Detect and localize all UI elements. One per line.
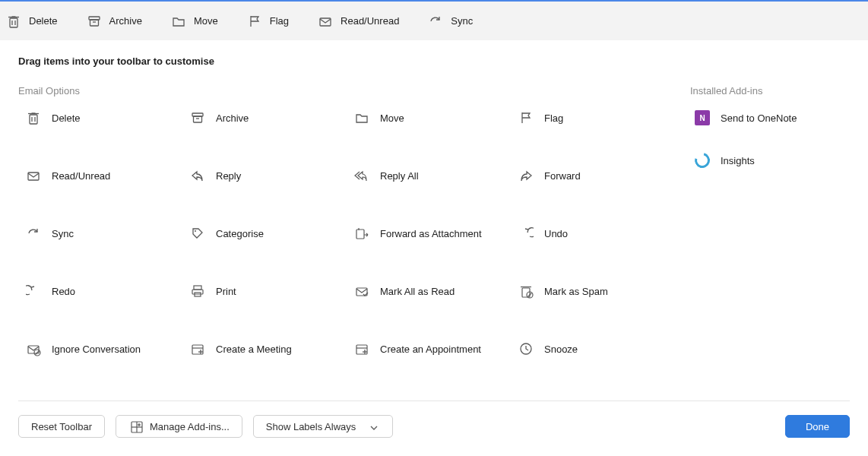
option-ignore-conversation[interactable]: Ignore Conversation: [26, 341, 182, 356]
redo-icon: [26, 283, 41, 299]
option-label: Forward as Attachment: [380, 228, 482, 239]
toolbar-label: Flag: [270, 15, 289, 27]
toolbar-label: Delete: [29, 15, 58, 27]
chevron-down-icon: [365, 419, 380, 434]
option-label: Snooze: [544, 344, 578, 355]
option-forward[interactable]: Forward: [518, 168, 675, 183]
customise-panel: Drag items into your toolbar to customis…: [0, 40, 868, 401]
option-label: Create a Meeting: [216, 344, 292, 355]
reply-all-icon: [354, 168, 369, 183]
option-label: Sync: [52, 228, 74, 239]
delete-icon: [6, 14, 21, 29]
toolbar-label: Read/Unread: [341, 15, 399, 27]
option-label: Ignore Conversation: [52, 344, 141, 355]
option-label: Create an Appointment: [380, 344, 481, 355]
option-sync[interactable]: Sync: [26, 226, 182, 241]
option-mark-spam[interactable]: Mark as Spam: [518, 283, 675, 299]
move-icon: [354, 110, 369, 125]
option-label: Reply All: [380, 170, 419, 182]
option-archive[interactable]: Archive: [190, 110, 347, 125]
email-options-title: Email Options: [18, 85, 675, 97]
mark-all-read-icon: [354, 283, 369, 299]
option-mark-all-read[interactable]: Mark All as Read: [354, 283, 511, 299]
dropdown-label: Show Labels Always: [266, 421, 356, 432]
option-label: Redo: [52, 286, 75, 297]
sync-icon: [26, 226, 41, 241]
footer: Reset Toolbar Manage Add-ins... Show Lab…: [0, 415, 868, 438]
done-button[interactable]: Done: [785, 415, 850, 438]
addins-grid-icon: [128, 419, 144, 434]
read-unread-icon: [26, 168, 41, 183]
option-label: Flag: [544, 112, 563, 124]
archive-icon: [87, 14, 102, 29]
instruction-text: Drag items into your toolbar to customis…: [18, 55, 850, 67]
categorise-icon: [190, 226, 205, 241]
option-label: Categorise: [216, 228, 264, 239]
email-options-grid: Delete Archive Move Flag Read/Unread: [26, 110, 675, 356]
undo-icon: [518, 226, 534, 241]
addin-insights[interactable]: Insights: [695, 153, 850, 168]
option-delete[interactable]: Delete: [26, 110, 182, 125]
option-label: Archive: [216, 112, 249, 124]
option-forward-as-attachment[interactable]: Forward as Attachment: [354, 226, 511, 241]
addins-title: Installed Add-ins: [690, 85, 850, 97]
toolbar-item-read-unread[interactable]: Read/Unread: [318, 14, 399, 29]
print-icon: [190, 283, 205, 299]
sync-icon: [428, 14, 443, 29]
option-flag[interactable]: Flag: [518, 110, 675, 125]
addin-onenote[interactable]: Send to OneNote: [695, 110, 850, 125]
move-icon: [171, 14, 186, 29]
option-label: Undo: [544, 228, 568, 239]
option-label: Print: [216, 286, 236, 297]
toolbar-item-flag[interactable]: Flag: [247, 14, 289, 29]
toolbar-label: Sync: [451, 15, 473, 27]
option-label: Move: [380, 112, 404, 124]
show-labels-dropdown[interactable]: Show Labels Always: [253, 415, 394, 438]
option-label: Read/Unread: [52, 170, 110, 182]
onenote-icon: [695, 110, 710, 125]
toolbar-label: Archive: [109, 15, 142, 27]
archive-icon: [190, 110, 205, 125]
toolbar-item-move[interactable]: Move: [171, 14, 218, 29]
create-appointment-icon: [354, 341, 369, 356]
toolbar-item-sync[interactable]: Sync: [428, 14, 473, 29]
toolbar: Delete Archive Move Flag Read/Unread Syn…: [0, 0, 868, 40]
option-move[interactable]: Move: [354, 110, 511, 125]
option-read-unread[interactable]: Read/Unread: [26, 168, 182, 183]
option-undo[interactable]: Undo: [518, 226, 675, 241]
forward-attachment-icon: [354, 226, 369, 241]
option-label: Mark All as Read: [380, 286, 455, 297]
option-label: Mark as Spam: [544, 286, 608, 297]
option-reply-all[interactable]: Reply All: [354, 168, 511, 183]
toolbar-item-delete[interactable]: Delete: [6, 14, 58, 29]
forward-icon: [518, 168, 534, 183]
flag-icon: [247, 14, 262, 29]
option-categorise[interactable]: Categorise: [190, 226, 347, 241]
reply-icon: [190, 168, 205, 183]
option-create-appointment[interactable]: Create an Appointment: [354, 341, 511, 356]
insights-icon: [692, 150, 712, 170]
option-redo[interactable]: Redo: [26, 283, 182, 299]
manage-addins-button[interactable]: Manage Add-ins...: [116, 415, 242, 438]
button-label: Manage Add-ins...: [150, 421, 230, 432]
option-reply[interactable]: Reply: [190, 168, 347, 183]
reset-toolbar-button[interactable]: Reset Toolbar: [18, 415, 105, 438]
option-label: Forward: [544, 170, 581, 182]
divider: [18, 401, 850, 401]
flag-icon: [518, 110, 534, 125]
option-label: Delete: [52, 112, 81, 124]
addin-label: Send to OneNote: [721, 112, 797, 124]
option-create-meeting[interactable]: Create a Meeting: [190, 341, 347, 356]
option-snooze[interactable]: Snooze: [518, 341, 675, 356]
snooze-icon: [518, 341, 534, 356]
option-label: Reply: [216, 170, 241, 182]
toolbar-label: Move: [194, 15, 218, 27]
option-print[interactable]: Print: [190, 283, 347, 299]
ignore-conversation-icon: [26, 341, 41, 356]
delete-icon: [26, 110, 41, 125]
toolbar-item-archive[interactable]: Archive: [87, 14, 142, 29]
read-unread-icon: [318, 14, 333, 29]
mark-spam-icon: [518, 283, 534, 299]
create-meeting-icon: [190, 341, 205, 356]
addin-label: Insights: [721, 155, 755, 166]
